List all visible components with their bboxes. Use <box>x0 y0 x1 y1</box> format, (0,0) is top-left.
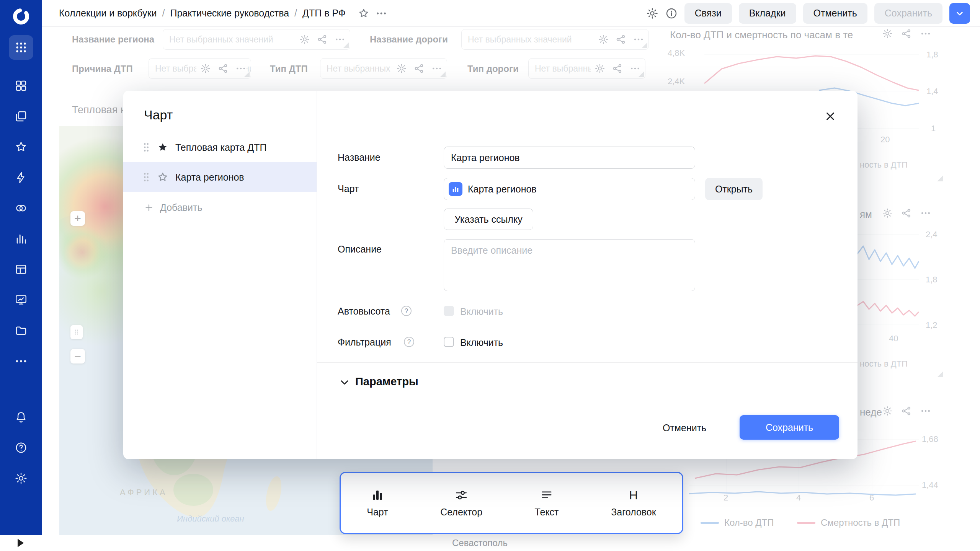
breadcrumb: Коллекции и воркбуки / Практические руко… <box>42 8 387 19</box>
add-tab-label: Добавить <box>160 202 203 213</box>
drag-handle-icon[interactable] <box>142 142 150 153</box>
chart-icon <box>371 488 384 502</box>
toolbar-item-label: Чарт <box>367 507 388 518</box>
add-widget-toolbar: Чарт Селектор Текст H Заголовок <box>340 472 683 534</box>
name-field-label: Название <box>338 152 381 163</box>
breadcrumb-separator: / <box>162 8 165 19</box>
gear-icon <box>15 472 28 485</box>
breadcrumb-guides[interactable]: Практические руководства <box>170 8 289 19</box>
dialog-tab-label: Тепловая карта ДТП <box>175 142 266 153</box>
chevron-down-icon <box>954 8 965 19</box>
sidebar-nav <box>10 75 32 372</box>
name-input[interactable] <box>444 147 695 169</box>
sidebar-item-storage[interactable] <box>10 320 32 341</box>
grid-dots-icon <box>15 41 27 54</box>
folder-icon <box>15 324 28 337</box>
filtering-checkbox[interactable] <box>444 337 454 347</box>
table-icon <box>15 263 28 276</box>
app: Название региона Нет выбранных значений … <box>0 0 980 551</box>
dialog-tab-label: Карта регионов <box>175 172 244 183</box>
save-menu-button[interactable] <box>949 3 970 24</box>
dialog-cancel-button[interactable]: Отменить <box>661 417 708 439</box>
dialog-tabs-panel: Чарт Тепловая карта ДТП Карта регионов Д… <box>123 91 317 459</box>
save-button: Сохранить <box>874 3 942 24</box>
rings-icon <box>15 202 28 215</box>
toolbar-item-heading[interactable]: H Заголовок <box>611 488 656 518</box>
bar-chart-icon <box>15 232 28 245</box>
sidebar-item-presentations[interactable] <box>10 289 32 311</box>
lightning-icon <box>15 171 28 184</box>
toolbar-item-label: Селектор <box>440 507 482 518</box>
squares-icon <box>15 79 28 92</box>
star-outline-icon[interactable] <box>157 171 168 183</box>
drag-handle-icon[interactable] <box>142 171 150 183</box>
apps-grid-button[interactable] <box>9 35 33 60</box>
top-header: Коллекции и воркбуки / Практические руко… <box>42 0 980 27</box>
breadcrumb-current: ДТП в РФ <box>302 8 346 19</box>
filtering-enable-label: Включить <box>460 337 503 348</box>
left-sidebar <box>0 0 42 535</box>
chart-type-tile <box>449 182 462 196</box>
datalens-logo[interactable] <box>11 6 31 27</box>
bottom-bar: Севастополь <box>0 535 980 551</box>
sidebar-item-shortcuts[interactable] <box>10 167 32 188</box>
sidebar-item-collections[interactable] <box>10 106 32 127</box>
autoheight-label: Автовысота <box>338 306 390 317</box>
sidebar-item-notifications[interactable] <box>10 406 32 428</box>
heading-icon: H <box>629 488 638 502</box>
dialog-form-panel: Название Чарт Карта регионов Открыть Ука… <box>317 91 858 459</box>
chart-select-field[interactable]: Карта регионов <box>444 178 695 200</box>
sidebar-item-connections[interactable] <box>10 197 32 219</box>
chevron-down-icon[interactable] <box>339 377 350 388</box>
breadcrumb-collections[interactable]: Коллекции и воркбуки <box>59 8 157 19</box>
toolbar-item-chart[interactable]: Чарт <box>367 488 388 518</box>
favorite-icon[interactable] <box>358 8 369 19</box>
help-icon <box>15 441 28 454</box>
specify-link-button[interactable]: Указать ссылку <box>444 209 533 230</box>
dialog-tab-heatmap[interactable]: Тепловая карта ДТП <box>123 132 317 162</box>
close-button[interactable] <box>824 110 837 123</box>
settings-icon[interactable] <box>646 7 658 20</box>
params-section-toggle[interactable]: Параметры <box>355 375 418 388</box>
autoheight-enable-label: Включить <box>460 306 503 317</box>
text-icon <box>540 488 554 502</box>
sidebar-item-dashboards[interactable] <box>10 75 32 96</box>
toolbar-item-label: Текст <box>535 507 559 518</box>
map-label-city: Севастополь <box>452 538 508 548</box>
info-icon[interactable] <box>665 7 678 20</box>
links-button[interactable]: Связи <box>684 3 732 24</box>
chart-icon <box>451 185 460 193</box>
tabs-button[interactable]: Вкладки <box>739 3 796 24</box>
cancel-button[interactable]: Отменить <box>803 3 867 24</box>
header-actions: Связи Вкладки Отменить Сохранить <box>646 3 980 24</box>
star-filled-icon[interactable] <box>157 142 168 153</box>
open-chart-button[interactable]: Открыть <box>705 178 763 200</box>
divider <box>317 362 858 363</box>
chart-field-label: Чарт <box>338 183 359 194</box>
toolbar-item-text[interactable]: Текст <box>535 488 559 518</box>
autoheight-help-icon[interactable]: ? <box>401 306 412 316</box>
sidebar-item-tables[interactable] <box>10 259 32 280</box>
monitor-chart-icon <box>15 293 28 306</box>
sidebar-item-settings[interactable] <box>10 468 32 489</box>
sidebar-item-help[interactable] <box>10 437 32 458</box>
layers-icon <box>15 110 28 123</box>
close-icon <box>824 110 837 123</box>
sidebar-item-favorites[interactable] <box>10 136 32 158</box>
star-icon <box>15 140 28 153</box>
breadcrumb-actions <box>358 8 387 19</box>
add-tab-button[interactable]: Добавить <box>123 202 317 213</box>
sidebar-item-more[interactable] <box>10 350 32 372</box>
more-icon[interactable] <box>376 8 387 19</box>
filtering-label: Фильтрация <box>338 337 391 348</box>
sidebar-item-charts[interactable] <box>10 228 32 249</box>
toolbar-item-selector[interactable]: Селектор <box>440 488 482 518</box>
expand-sidebar-icon[interactable] <box>18 539 24 547</box>
dialog-save-button[interactable]: Сохранить <box>740 415 839 440</box>
dialog-title: Чарт <box>144 108 317 122</box>
description-field-label: Описание <box>338 244 382 255</box>
autoheight-checkbox <box>444 306 454 316</box>
filtering-help-icon[interactable]: ? <box>404 337 414 347</box>
description-textarea[interactable] <box>444 239 695 291</box>
dialog-tab-regions[interactable]: Карта регионов <box>123 162 317 192</box>
